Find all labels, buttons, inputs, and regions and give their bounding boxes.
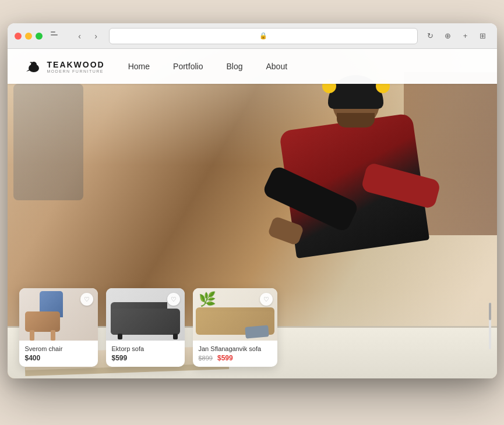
sofa-body (111, 309, 180, 335)
traffic-light-yellow[interactable] (25, 33, 32, 40)
card-info-sofa: Ektorp sofa $599 (106, 341, 185, 367)
favorite-button-jan-sofa[interactable]: ♡ (260, 293, 273, 306)
worker-container (252, 66, 462, 317)
nav-links: Home Portfolio Blog About (128, 62, 287, 71)
card-image-jan-sofa: 🌿 ♡ (193, 288, 277, 341)
address-bar[interactable]: 🔒 (109, 28, 418, 44)
browser-chrome: ‹ › 🔒 ↻ ⊕ + ⊞ (8, 23, 497, 49)
machine-silhouette (13, 84, 83, 200)
share-button[interactable]: ⊞ (476, 29, 490, 43)
logo-text: TEAKWOOD MODERN FURNITURE (47, 60, 105, 73)
card-info-chair: Sverom chair $400 (19, 341, 98, 367)
products-row: ♡ Sverom chair $400 ♡ (19, 288, 277, 367)
sofa-leg-left (118, 334, 122, 339)
chair-price: $400 (25, 354, 92, 362)
card-image-sofa: ♡ (106, 288, 185, 341)
sofa-name: Ektorp sofa (112, 345, 179, 352)
add-tab-button[interactable]: + (459, 29, 473, 43)
logo-subtitle: MODERN FURNITURE (47, 69, 105, 73)
reload-button[interactable]: ↻ (424, 29, 438, 43)
jan-sofa-prices: $899 $599 (199, 354, 272, 362)
address-icon: 🔒 (259, 32, 267, 40)
browser-nav: ‹ › (73, 29, 103, 43)
sofa-price: $599 (112, 354, 179, 362)
product-card-jan-sofa[interactable]: 🌿 ♡ Jan Sflanaganvik sofa $899 $599 (193, 288, 277, 367)
plant-decoration: 🌿 (199, 291, 216, 307)
chair-leg-left (30, 330, 34, 341)
logo-name: TEAKWOOD (47, 60, 105, 69)
browser-window: ‹ › 🔒 ↻ ⊕ + ⊞ (8, 23, 497, 378)
navigation-bar: TEAKWOOD MODERN FURNITURE Home Portfolio… (8, 49, 497, 84)
back-button[interactable]: ‹ (73, 29, 87, 43)
product-card-chair[interactable]: ♡ Sverom chair $400 (19, 288, 98, 367)
download-button[interactable]: ⊕ (441, 29, 455, 43)
nav-blog[interactable]: Blog (226, 62, 242, 71)
product-card-sofa[interactable]: ♡ Ektorp sofa $599 (106, 288, 185, 367)
jan-sofa-original-price: $899 (199, 355, 213, 362)
card-image-chair: ♡ (19, 288, 98, 341)
logo[interactable]: TEAKWOOD MODERN FURNITURE (25, 58, 105, 75)
jan-sofa-cushion (245, 325, 269, 338)
sidebar-toggle-icon[interactable] (51, 31, 62, 41)
favorite-button-chair[interactable]: ♡ (80, 293, 93, 306)
jan-sofa-name: Jan Sflanaganvik sofa (199, 345, 272, 352)
traffic-light-red[interactable] (15, 33, 22, 40)
chair-seat (25, 311, 60, 332)
website-content: TEAKWOOD MODERN FURNITURE Home Portfolio… (8, 49, 497, 378)
worker-beard (337, 113, 375, 128)
scroll-thumb (489, 303, 491, 320)
traffic-light-green[interactable] (36, 33, 43, 40)
favorite-button-sofa[interactable]: ♡ (167, 293, 180, 306)
nav-about[interactable]: About (266, 62, 287, 71)
forward-button[interactable]: › (89, 29, 103, 43)
browser-actions: ↻ ⊕ + ⊞ (424, 29, 490, 43)
chair-name: Sverom chair (25, 345, 92, 352)
scroll-indicator (489, 303, 491, 349)
sofa-leg-right (173, 334, 178, 339)
card-info-jan-sofa: Jan Sflanaganvik sofa $899 $599 (193, 341, 277, 367)
jan-sofa-sale-price: $599 (217, 354, 233, 362)
traffic-lights (15, 33, 43, 40)
chair-leg-right (51, 330, 55, 341)
nav-portfolio[interactable]: Portfolio (173, 62, 203, 71)
nav-home[interactable]: Home (128, 62, 150, 71)
logo-icon (25, 58, 43, 75)
